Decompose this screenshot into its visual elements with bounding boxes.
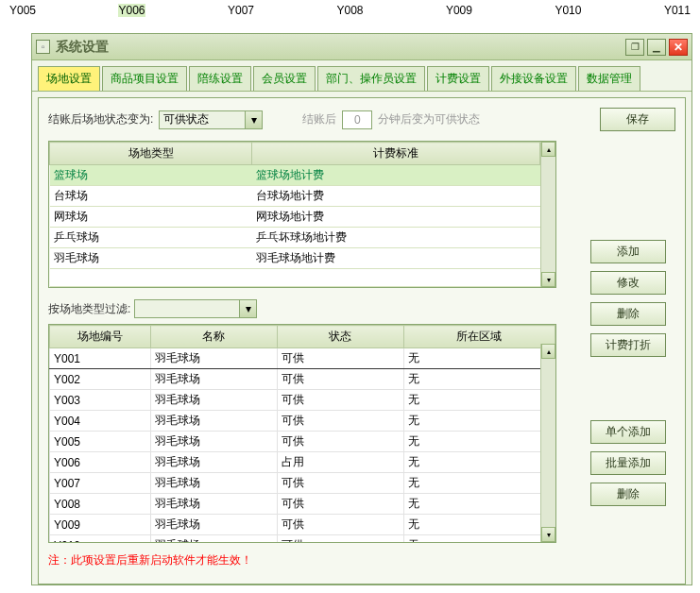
- col-venue-area[interactable]: 所在区域: [403, 326, 555, 348]
- scroll-up-icon[interactable]: ▴: [541, 142, 555, 157]
- side-button[interactable]: 修改: [590, 271, 666, 295]
- table1-scrollbar[interactable]: ▴ ▾: [540, 142, 555, 287]
- venue-type-table[interactable]: 场地类型 计费标准 篮球场篮球场地计费台球场台球场地计费网球场网球场地计费乒乓球…: [49, 142, 555, 287]
- table-row[interactable]: Y004羽毛球场可供无: [50, 411, 555, 432]
- window-title: 系统设置: [56, 39, 625, 56]
- minimize-button[interactable]: ▁: [647, 39, 666, 56]
- court-item[interactable]: Y008: [336, 4, 363, 17]
- scroll-up-icon[interactable]: ▴: [541, 344, 555, 359]
- settle-minutes-input[interactable]: [342, 110, 372, 129]
- close-button[interactable]: ✕: [669, 39, 688, 56]
- settle-after-label2: 分钟后变为可供状态: [378, 111, 480, 127]
- side-button[interactable]: 添加: [590, 240, 666, 263]
- table-row[interactable]: Y001羽毛球场可供无: [50, 348, 555, 369]
- venue-list-table[interactable]: 场地编号 名称 状态 所在区域 Y001羽毛球场可供无Y002羽毛球场可供无Y0…: [49, 325, 555, 543]
- scroll-down-icon[interactable]: ▾: [541, 527, 555, 542]
- background-court-list: Y005Y006Y007Y008Y009Y010Y011: [0, 4, 700, 17]
- court-item[interactable]: Y010: [555, 4, 581, 17]
- table-row[interactable]: Y010羽毛球场可供无: [50, 535, 555, 544]
- system-settings-window: ▫ 系统设置 ❐ ▁ ✕ 场地设置商品项目设置陪练设置会员设置部门、操作员设置计…: [31, 33, 692, 585]
- tab-1[interactable]: 商品项目设置: [102, 66, 187, 91]
- table-row[interactable]: Y003羽毛球场可供无: [50, 390, 555, 411]
- table-row[interactable]: Y006羽毛球场占用无: [50, 452, 555, 473]
- tab-2[interactable]: 陪练设置: [189, 66, 251, 91]
- scroll-down-icon[interactable]: ▾: [541, 272, 555, 287]
- tab-7[interactable]: 数据管理: [578, 66, 640, 91]
- table-row[interactable]: 台球场台球场地计费: [50, 186, 555, 207]
- filter-dropdown[interactable]: [134, 299, 257, 318]
- court-item[interactable]: Y007: [228, 4, 254, 17]
- table2-scrollbar[interactable]: ▴ ▾: [540, 344, 555, 542]
- tab-4[interactable]: 部门、操作员设置: [317, 66, 425, 91]
- court-item[interactable]: Y005: [9, 4, 36, 17]
- tab-5[interactable]: 计费设置: [427, 66, 489, 91]
- table-row[interactable]: 篮球场篮球场地计费: [50, 165, 555, 186]
- col-venue-type[interactable]: 场地类型: [50, 143, 252, 165]
- tabs: 场地设置商品项目设置陪练设置会员设置部门、操作员设置计费设置外接设备设置数据管理: [32, 60, 691, 92]
- filter-label: 按场地类型过滤:: [48, 301, 130, 317]
- side-button[interactable]: 批量添加: [590, 451, 666, 475]
- table-row[interactable]: 网球场网球场地计费: [50, 207, 555, 228]
- tab-6[interactable]: 外接设备设置: [491, 66, 576, 91]
- side-button[interactable]: 删除: [590, 302, 666, 326]
- col-venue-status[interactable]: 状态: [277, 326, 403, 348]
- restore-button[interactable]: ❐: [625, 39, 644, 56]
- side-button[interactable]: 计费打折: [590, 333, 666, 357]
- col-venue-name[interactable]: 名称: [151, 326, 278, 348]
- tab-0[interactable]: 场地设置: [38, 66, 100, 91]
- tab-3[interactable]: 会员设置: [253, 66, 316, 91]
- table-row[interactable]: Y005羽毛球场可供无: [50, 432, 555, 452]
- table-row[interactable]: Y002羽毛球场可供无: [50, 369, 555, 390]
- court-item[interactable]: Y009: [446, 4, 472, 17]
- table-row[interactable]: 羽毛球场羽毛球场地计费: [50, 248, 555, 269]
- side-button[interactable]: 删除: [590, 483, 666, 506]
- col-venue-id[interactable]: 场地编号: [50, 326, 151, 348]
- side-button[interactable]: 单个添加: [590, 420, 666, 444]
- settle-status-dropdown[interactable]: [159, 110, 263, 129]
- table-row[interactable]: Y007羽毛球场可供无: [50, 473, 555, 494]
- save-button[interactable]: 保存: [600, 108, 675, 131]
- table-row[interactable]: Y008羽毛球场可供无: [50, 494, 555, 515]
- system-menu-icon[interactable]: ▫: [36, 40, 50, 54]
- settle-after-label1: 结账后: [302, 111, 336, 127]
- col-billing-standard[interactable]: 计费标准: [252, 143, 540, 165]
- court-item[interactable]: Y011: [664, 4, 691, 17]
- settle-status-label: 结账后场地状态变为:: [48, 111, 153, 127]
- titlebar: ▫ 系统设置 ❐ ▁ ✕: [32, 34, 691, 60]
- restart-note: 注：此项设置后重新启动软件才能生效！: [48, 552, 675, 568]
- table-row[interactable]: Y009羽毛球场可供无: [50, 515, 555, 535]
- court-item[interactable]: Y006: [118, 4, 145, 17]
- table-row[interactable]: 乒乓球场乒乓坏球场地计费: [50, 228, 555, 248]
